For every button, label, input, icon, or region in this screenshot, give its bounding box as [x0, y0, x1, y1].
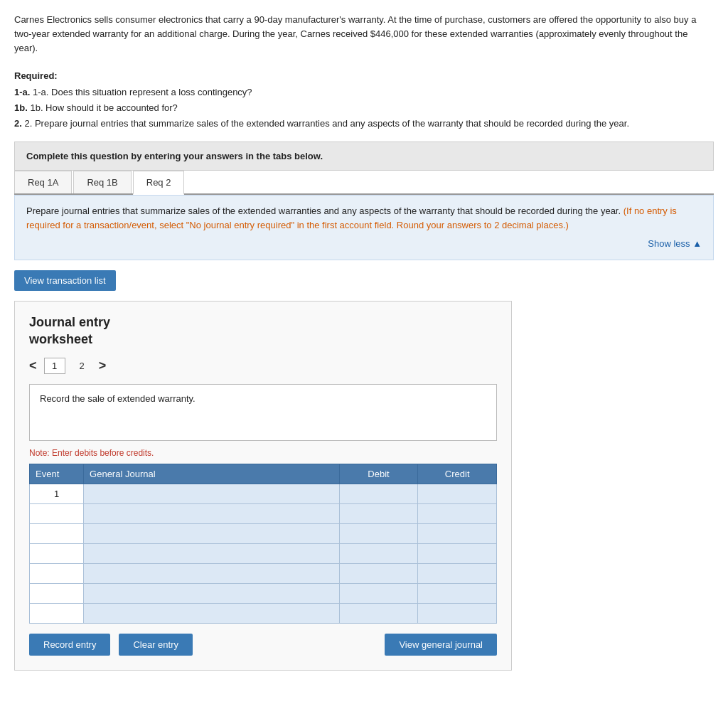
general-journal-input[interactable]	[87, 607, 336, 620]
debit-before-credit-note: Note: Enter debits before credits.	[29, 448, 497, 458]
req-1b: 1b. 1b. How should it be accounted for?	[14, 100, 714, 116]
debit-cell[interactable]	[339, 584, 418, 604]
table-row	[30, 584, 497, 604]
general-journal-input[interactable]	[87, 527, 336, 540]
credit-input[interactable]	[421, 587, 493, 600]
general-journal-cell[interactable]	[84, 524, 340, 544]
prev-page-button[interactable]: <	[29, 358, 37, 373]
bottom-buttons-row: Record entry Clear entry View general jo…	[29, 634, 497, 656]
credit-input[interactable]	[421, 527, 493, 540]
event-cell	[30, 564, 84, 584]
debit-cell[interactable]	[339, 544, 418, 564]
event-cell	[30, 524, 84, 544]
general-journal-cell[interactable]	[84, 544, 340, 564]
view-transaction-button[interactable]: View transaction list	[14, 270, 116, 291]
credit-input[interactable]	[421, 487, 493, 501]
view-general-journal-button[interactable]: View general journal	[385, 634, 497, 656]
general-journal-input[interactable]	[87, 487, 336, 501]
required-section: Required: 1-a. 1-a. Does this situation …	[14, 68, 714, 131]
credit-cell[interactable]	[418, 604, 497, 624]
debit-input[interactable]	[343, 527, 415, 540]
required-label: Required:	[14, 68, 714, 84]
next-page-button[interactable]: >	[99, 358, 107, 373]
general-journal-cell[interactable]	[84, 584, 340, 604]
general-journal-input[interactable]	[87, 587, 336, 600]
tab-req1b[interactable]: Req 1B	[73, 171, 131, 193]
debit-input[interactable]	[343, 567, 415, 580]
table-row	[30, 504, 497, 524]
debit-cell[interactable]	[339, 604, 418, 624]
event-cell	[30, 544, 84, 564]
table-row	[30, 544, 497, 564]
journal-title-line2: worksheet	[29, 332, 92, 346]
record-entry-button[interactable]: Record entry	[29, 634, 110, 656]
col-header-debit: Debit	[339, 464, 418, 484]
table-row	[30, 524, 497, 544]
event-cell	[30, 584, 84, 604]
tab-req1a[interactable]: Req 1A	[14, 171, 72, 193]
journal-title: Journal entry worksheet	[29, 314, 497, 348]
credit-cell[interactable]	[418, 524, 497, 544]
general-journal-cell[interactable]	[84, 604, 340, 624]
complete-box: Complete this question by entering your …	[14, 142, 714, 171]
req-2: 2. 2. Prepare journal entries that summa…	[14, 116, 714, 132]
debit-cell[interactable]	[339, 524, 418, 544]
col-header-event: Event	[30, 464, 84, 484]
intro-paragraph: Carnes Electronics sells consumer electr…	[14, 13, 714, 55]
debit-cell[interactable]	[339, 564, 418, 584]
debit-cell[interactable]	[339, 484, 418, 504]
note-text: Note: Enter debits before credits.	[29, 448, 154, 458]
debit-input[interactable]	[343, 547, 415, 560]
req-1a: 1-a. 1-a. Does this situation represent …	[14, 85, 714, 100]
show-less-link[interactable]: Show less ▲	[26, 237, 702, 251]
credit-input[interactable]	[421, 547, 493, 560]
intro-text: Carnes Electronics sells consumer electr…	[14, 14, 696, 53]
table-row	[30, 564, 497, 584]
instructions-main: Prepare journal entries that summarize s…	[26, 206, 621, 216]
show-less-label: Show less ▲	[648, 238, 702, 249]
credit-cell[interactable]	[418, 584, 497, 604]
general-journal-input[interactable]	[87, 567, 336, 580]
event-cell	[30, 504, 84, 524]
complete-box-text: Complete this question by entering your …	[26, 151, 323, 161]
journal-worksheet: Journal entry worksheet < 1 2 > Record t…	[14, 301, 512, 671]
general-journal-cell[interactable]	[84, 564, 340, 584]
table-row: 1	[30, 484, 497, 504]
general-journal-cell[interactable]	[84, 504, 340, 524]
debit-input[interactable]	[343, 487, 415, 501]
page-2-num[interactable]: 2	[73, 358, 92, 373]
event-cell: 1	[30, 484, 84, 504]
credit-input[interactable]	[421, 507, 493, 521]
record-description: Record the sale of extended warranty.	[29, 384, 497, 441]
table-row	[30, 604, 497, 624]
credit-input[interactable]	[421, 607, 493, 620]
credit-cell[interactable]	[418, 484, 497, 504]
debit-cell[interactable]	[339, 504, 418, 524]
journal-table: Event General Journal Debit Credit 1	[29, 464, 497, 624]
credit-input[interactable]	[421, 567, 493, 580]
instructions-box: Prepare journal entries that summarize s…	[14, 195, 714, 260]
general-journal-input[interactable]	[87, 547, 336, 560]
event-cell	[30, 604, 84, 624]
general-journal-input[interactable]	[87, 507, 336, 521]
debit-input[interactable]	[343, 507, 415, 521]
clear-entry-button[interactable]: Clear entry	[119, 634, 193, 656]
col-header-credit: Credit	[418, 464, 497, 484]
debit-input[interactable]	[343, 587, 415, 600]
journal-title-line1: Journal entry	[29, 315, 110, 329]
credit-cell[interactable]	[418, 544, 497, 564]
general-journal-cell[interactable]	[84, 484, 340, 504]
tab-req2[interactable]: Req 2	[133, 171, 185, 195]
col-header-gj: General Journal	[84, 464, 340, 484]
page-1-num[interactable]: 1	[44, 358, 65, 374]
record-desc-text: Record the sale of extended warranty.	[40, 393, 196, 404]
tabs-bar: Req 1A Req 1B Req 2	[14, 171, 714, 195]
nav-row: < 1 2 >	[29, 358, 497, 374]
debit-input[interactable]	[343, 607, 415, 620]
credit-cell[interactable]	[418, 564, 497, 584]
credit-cell[interactable]	[418, 504, 497, 524]
